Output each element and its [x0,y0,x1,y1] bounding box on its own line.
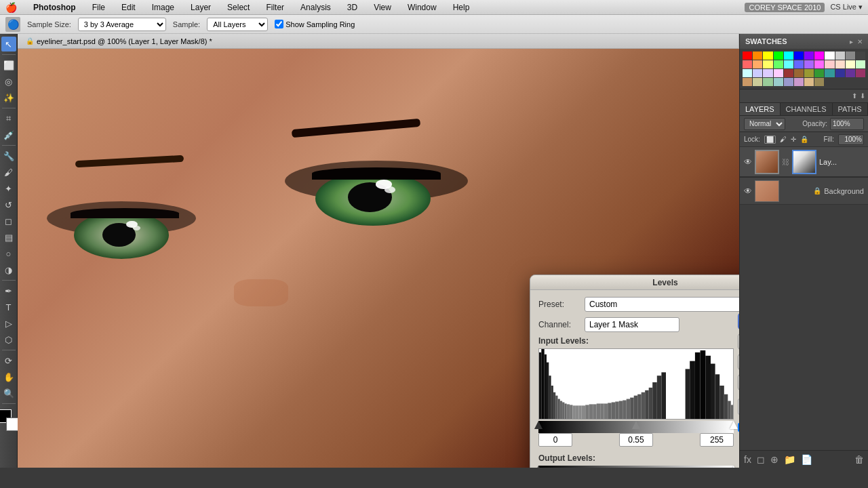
swatch-color[interactable] [743,52,752,60]
swatch-color[interactable] [743,60,752,68]
white-point-slider[interactable] [730,421,738,429]
input-mid-field[interactable]: 0.55 [619,433,653,447]
tool-marquee[interactable]: ⬜ [1,58,16,73]
tool-crop[interactable]: ⌗ [1,111,16,126]
menu-help[interactable]: Help [450,2,473,13]
swatch-color[interactable] [753,52,762,60]
swatch-color[interactable] [774,52,783,60]
swatch-color[interactable] [825,52,834,60]
black-point-eyedropper[interactable] [738,399,739,415]
menu-view[interactable]: View [371,2,394,13]
swatch-color[interactable] [825,69,834,77]
canvas-tab[interactable]: 🔒 eyeliner_start.psd @ 100% (Layer 1, La… [18,34,739,49]
background-layer-row[interactable]: 👁 🔒 Background [740,178,868,205]
add-fx-button[interactable]: fx [744,454,751,465]
swatch-color[interactable] [753,78,762,86]
tool-dodge[interactable]: ◑ [1,262,16,277]
menu-filter[interactable]: Filter [263,2,287,13]
swatch-color[interactable] [846,69,855,77]
add-adjustment-button[interactable]: ⊕ [770,454,778,465]
tool-3d-rotate[interactable]: ⟳ [1,353,16,368]
swatch-color[interactable] [814,60,824,68]
menu-3d[interactable]: 3D [344,2,360,13]
swatch-color[interactable] [794,60,804,68]
tool-shape[interactable]: ⬡ [1,332,16,347]
sample-select[interactable]: All Layers [207,18,268,31]
menu-image[interactable]: Image [149,2,177,13]
swatch-color[interactable] [784,60,793,68]
menu-edit[interactable]: Edit [119,2,138,13]
cs-live[interactable]: CS Live ▾ [830,3,863,12]
options-button[interactable]: Options... [738,374,739,390]
menu-select[interactable]: Select [224,2,252,13]
ok-button[interactable]: OK [738,313,739,329]
swatch-color[interactable] [814,69,824,77]
blend-mode-select[interactable]: Normal [744,118,785,130]
swatch-color[interactable] [763,60,772,68]
swatch-color[interactable] [825,60,834,68]
swatch-color[interactable] [856,52,865,60]
panel-expand-icon[interactable]: ⬆ [852,92,857,100]
layer-row-1[interactable]: 👁 ⛓ Lay... [740,147,868,177]
lock-transparency-icon[interactable]: ⬜ [764,136,776,144]
swatch-color[interactable] [794,69,804,77]
tool-eyedropper[interactable]: 💉 [1,127,16,142]
tool-wand[interactable]: ✨ [1,90,16,105]
tool-path-select[interactable]: ▷ [1,316,16,331]
input-min-field[interactable]: 0 [538,433,572,447]
tool-brush[interactable]: 🖌 [1,165,16,180]
swatch-color[interactable] [846,60,855,68]
swatch-color[interactable] [774,60,783,68]
tool-gradient[interactable]: ▤ [1,230,16,245]
tool-history-brush[interactable]: ↺ [1,197,16,212]
add-folder-button[interactable]: 📁 [784,454,795,465]
app-name[interactable]: Photoshop [31,2,79,13]
swatch-color[interactable] [814,52,824,60]
lock-position-icon[interactable]: ✛ [791,136,796,143]
auto-button[interactable]: Auto [738,354,739,370]
menu-file[interactable]: File [90,2,108,13]
swatch-color[interactable] [784,52,793,60]
swatch-color[interactable] [804,78,814,86]
add-layer-button[interactable]: 📄 [801,454,812,465]
menu-analysis[interactable]: Analysis [298,2,334,13]
swatch-color[interactable] [856,69,865,77]
tab-layers[interactable]: LAYERS [740,103,781,115]
panel-collapse-icon[interactable]: ⬇ [860,92,865,100]
sample-size-select[interactable]: 3 by 3 Average [78,18,166,31]
preview-checkbox[interactable] [738,423,739,432]
cancel-button[interactable]: Cancel [738,333,739,350]
swatch-color[interactable] [835,60,845,68]
swatch-color[interactable] [763,52,772,60]
lock-image-icon[interactable]: 🖌 [780,136,787,143]
black-point-slider[interactable] [534,421,542,429]
apple-menu[interactable]: 🍎 [5,2,17,13]
swatch-color[interactable] [835,52,845,60]
output-slider[interactable] [538,466,734,468]
tool-hand[interactable]: ✋ [1,369,16,384]
swatch-color[interactable] [794,78,804,86]
input-max-field[interactable]: 255 [700,433,734,447]
swatch-color[interactable] [784,78,793,86]
swatch-color[interactable] [856,60,865,68]
swatch-color[interactable] [743,78,752,86]
swatch-color[interactable] [814,78,824,86]
tool-stamp[interactable]: ✦ [1,181,16,196]
swatch-color[interactable] [763,78,772,86]
swatch-color[interactable] [763,69,772,77]
tool-type[interactable]: T [1,300,16,314]
input-slider[interactable] [538,421,734,433]
show-sampling-ring-label[interactable]: Show Sampling Ring [275,20,355,28]
output-max-slider[interactable] [730,466,738,468]
swatch-color[interactable] [774,78,783,86]
swatch-color[interactable] [784,69,793,77]
tab-paths[interactable]: PATHS [833,103,868,115]
show-sampling-ring-checkbox[interactable] [275,20,283,28]
tool-eraser[interactable]: ◻ [1,214,16,228]
swatch-color[interactable] [753,60,762,68]
tool-blur[interactable]: ○ [1,246,16,261]
swatch-color[interactable] [804,60,814,68]
lock-all-icon[interactable]: 🔒 [800,136,808,143]
bg-layer-visibility[interactable]: 👁 [744,186,752,196]
layer-mask-thumbnail[interactable] [792,150,816,174]
